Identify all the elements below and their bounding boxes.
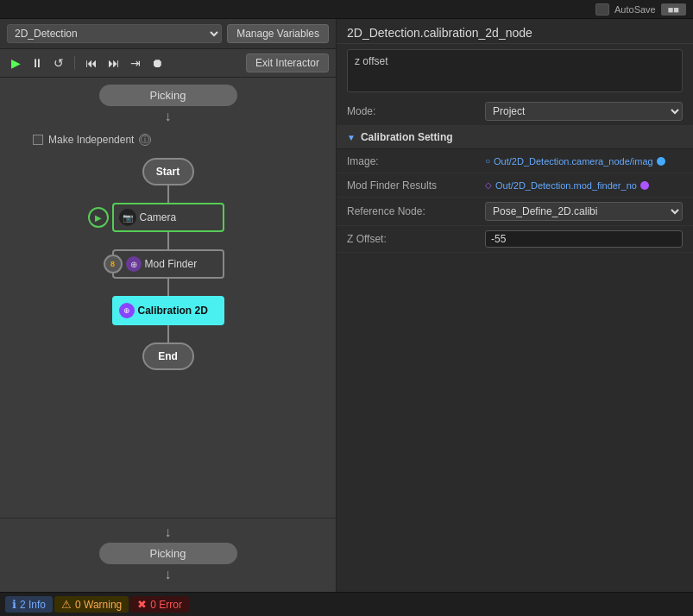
camera-node-wrapper: ▶ 📷 Camera	[112, 203, 224, 249]
error-status-label: 0 Error	[150, 599, 182, 611]
detection-dropdown[interactable]: 2D_Detection	[7, 24, 222, 43]
bottom-picking-button[interactable]: Picking	[99, 543, 237, 564]
z-offset-text: z offset	[355, 55, 387, 67]
toolbar: ▶ ⏸ ↺ ⏮ ⏭ ⇥ ⏺ Exit Interactor	[0, 49, 336, 78]
top-picking-button[interactable]: Picking	[99, 85, 237, 106]
warning-status-icon: ⚠	[61, 598, 72, 611]
right-panel-inner: z offset Mode: Project ▼ Calibration Set…	[337, 44, 693, 592]
autosave-button[interactable]: ■■	[661, 3, 686, 16]
right-header: 2D_Detection.calibration_2d_node	[337, 19, 693, 44]
camera-node[interactable]: ▶ 📷 Camera	[112, 203, 224, 232]
right-panel: 2D_Detection.calibration_2d_node z offse…	[337, 19, 693, 592]
window-icon	[595, 3, 609, 16]
mode-row: Mode: Project	[337, 97, 693, 126]
skip-button[interactable]: ⇥	[127, 54, 144, 72]
left-panel: 2D_Detection Manage Variables ▶ ⏸ ↺ ⏮ ⏭ …	[0, 19, 337, 592]
bottom-picking-section: ↓ Picking ↓	[0, 518, 336, 592]
flow-diagram: Start ▶ 📷 Camera 8 ⊕ Mod Finder	[0, 149, 336, 518]
refresh-button[interactable]: ↺	[50, 54, 67, 72]
top-picking-section: Picking ↓	[0, 78, 336, 130]
make-independent-row: Make Independent ⓘ	[26, 130, 158, 149]
main-content: 2D_Detection Manage Variables ▶ ⏸ ↺ ⏮ ⏭ …	[0, 19, 693, 592]
connector-1	[167, 185, 169, 203]
mod-finder-icon: ⊕	[126, 256, 142, 272]
bottom-flow-arrow: ↓	[165, 525, 172, 540]
ref-node-label: Reference Node:	[347, 205, 485, 217]
image-row: Image: ○ Out/2D_Detection.camera_node/im…	[337, 149, 693, 173]
camera-play-icon: ▶	[88, 207, 109, 228]
calibration-node-label: Calibration 2D	[138, 305, 208, 317]
image-link-dot	[657, 157, 665, 166]
top-bar: AutoSave ■■	[0, 0, 693, 19]
mod-finder-results-label: Mod Finder Results	[347, 179, 485, 192]
bottom-flow-arrow-2: ↓	[165, 567, 172, 582]
link-icon-mod: ◇	[485, 180, 492, 190]
z-offset-label: Z Offset:	[347, 233, 485, 245]
reference-node-row: Reference Node: Pose_Define_2D.calibi	[337, 198, 693, 226]
exit-interactor-button[interactable]: Exit Interactor	[246, 53, 329, 72]
mod-finder-node-label: Mod Finder	[145, 258, 198, 270]
image-value[interactable]: Out/2D_Detection.camera_node/imag	[494, 156, 653, 167]
info-icon[interactable]: ⓘ	[139, 134, 151, 146]
pause-button[interactable]: ⏸	[28, 54, 47, 72]
calibration-section-header: ▼ Calibration Setting	[337, 126, 693, 149]
mod-finder-results-row: Mod Finder Results ◇ Out/2D_Detection.mo…	[337, 173, 693, 198]
image-label: Image:	[347, 155, 485, 167]
mode-label: Mode:	[347, 105, 485, 117]
section-triangle-icon: ▼	[347, 133, 356, 142]
make-independent-label: Make Independent	[48, 134, 134, 146]
status-warning-item[interactable]: ⚠ 0 Warning	[54, 596, 129, 613]
mod-finder-badge: 8	[104, 255, 123, 273]
right-title: 2D_Detection.calibration_2d_node	[347, 26, 683, 40]
toolbar-separator	[74, 56, 75, 70]
autosave-label: AutoSave	[614, 4, 656, 15]
mod-finder-node-wrapper: 8 ⊕ Mod Finder	[112, 249, 224, 296]
start-node-wrapper: Start	[142, 158, 194, 203]
record-button[interactable]: ⏺	[148, 54, 167, 72]
flow-arrow-down: ↓	[165, 109, 172, 124]
start-node[interactable]: Start	[142, 158, 194, 185]
make-independent-checkbox[interactable]	[33, 135, 43, 145]
calibration-node[interactable]: ⊕ Calibration 2D	[112, 296, 224, 325]
mod-finder-results-value[interactable]: Out/2D_Detection.mod_finder_no	[495, 180, 637, 191]
camera-icon: 📷	[119, 209, 136, 226]
connector-4	[167, 325, 169, 343]
info-status-label: 2 Info	[20, 599, 46, 611]
status-error-item[interactable]: ✖ 0 Error	[130, 596, 189, 613]
play-button[interactable]: ▶	[7, 54, 24, 72]
z-offset-row: Z Offset:	[337, 226, 693, 253]
connector-3	[167, 279, 169, 296]
end-node-wrapper: End	[142, 343, 194, 370]
calibration-section-title: Calibration Setting	[361, 131, 453, 143]
connector-2	[167, 232, 169, 249]
calibration-node-wrapper: ⊕ Calibration 2D	[112, 296, 224, 343]
z-offset-input[interactable]	[485, 230, 683, 248]
mode-dropdown[interactable]: Project	[485, 102, 683, 121]
mod-finder-link-dot	[640, 181, 649, 190]
link-icon-image: ○	[485, 156, 490, 166]
status-info-item[interactable]: ℹ 2 Info	[5, 596, 53, 613]
fast-forward-button[interactable]: ⏭	[104, 54, 123, 72]
manage-variables-button[interactable]: Manage Variables	[227, 24, 329, 43]
error-status-icon: ✖	[137, 598, 147, 611]
warning-status-label: 0 Warning	[75, 599, 122, 611]
status-bar: ℹ 2 Info ⚠ 0 Warning ✖ 0 Error	[0, 592, 693, 616]
info-status-icon: ℹ	[12, 598, 16, 611]
mod-finder-node[interactable]: 8 ⊕ Mod Finder	[112, 249, 224, 279]
camera-node-label: Camera	[140, 211, 177, 223]
calibration-icon: ⊕	[119, 303, 135, 318]
end-node[interactable]: End	[142, 343, 194, 370]
reference-node-dropdown[interactable]: Pose_Define_2D.calibi	[485, 202, 683, 221]
left-panel-header: 2D_Detection Manage Variables	[0, 19, 336, 49]
step-back-button[interactable]: ⏮	[82, 54, 101, 72]
z-offset-textbox: z offset	[347, 49, 683, 92]
